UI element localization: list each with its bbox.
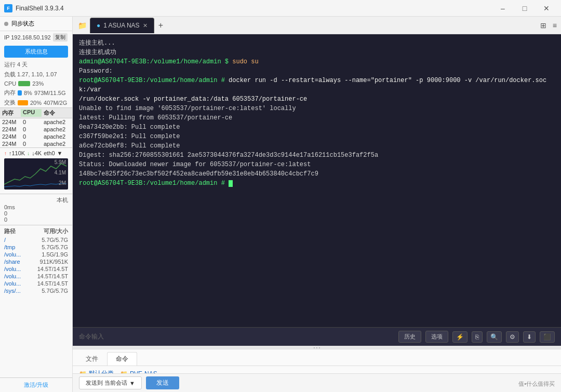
cmd-input-area: 命令输入 (79, 332, 394, 341)
folder-icon-button[interactable]: 📁 (75, 19, 90, 32)
list-item: / 5.7G/5.7G (4, 236, 68, 244)
mem-detail: 973M/11.5G (34, 90, 66, 96)
uptime-label: 运行 4 天 (0, 60, 72, 70)
tab-close-icon[interactable]: ✕ (143, 22, 148, 29)
net-chevron[interactable]: ▼ (57, 150, 63, 156)
ping-row-vals: 0 (4, 210, 68, 217)
ip-label: IP 192.168.50.192 (4, 34, 51, 40)
tab-bar: 📁 ● 1 ASUA NAS ✕ + ⊞ ≡ (73, 17, 561, 34)
net-up-arrow: ↑ (4, 151, 7, 156)
ping-section: 本机 0ms 0 0 (0, 194, 72, 225)
cpu-pct: 23% (32, 80, 44, 87)
table-row: 224M 0 apache2 (0, 140, 72, 147)
table-row: 224M 0 apache2 (0, 126, 72, 133)
proc-col-cmd[interactable]: 命令 (42, 109, 72, 117)
send-bar: 发送到 当前会话 ▼ 发送 (73, 373, 561, 392)
swap-stat: 交换 20% 407M/2G (0, 98, 72, 107)
mem-bar (18, 90, 22, 96)
mem-pct: 8% (24, 90, 32, 96)
terminal-line: Digest: sha256:2760855301661 2ae53730443… (79, 151, 555, 160)
copy-icon-button[interactable]: ⎘ (472, 331, 483, 343)
ping-val-2: 0 (4, 217, 7, 223)
cmd-input-placeholder: 命令输入 (79, 333, 104, 340)
menu-icon[interactable]: ≡ (551, 19, 559, 32)
ping-hostname: 本机 (57, 196, 68, 204)
active-tab[interactable]: ● 1 ASUA NAS ✕ (90, 18, 154, 33)
terminal-line: c367f59be2e1: Pull complete (79, 132, 555, 141)
disk-header: 路径 可用/大小 (4, 227, 68, 235)
cpu-stat: CPU 23% (0, 79, 72, 88)
swap-bar (18, 100, 28, 105)
sync-label: 同步状态 (11, 20, 34, 28)
watermark: 值•什么值得买 (518, 380, 555, 388)
grid-view-icon[interactable]: ⊞ (538, 19, 549, 32)
list-item: /tmp 5.7G/5.7G (4, 244, 68, 251)
swap-pct: 20% (30, 100, 42, 106)
terminal-line: /run/docker.sock -v portainer_data:/data… (79, 94, 555, 104)
terminal-line: 148bc7e825f26c73ec3bf502f452ea8cae0dfb59… (79, 169, 555, 179)
sync-dot (4, 22, 8, 26)
list-item: /share 911K/951K (4, 258, 68, 265)
proc-col-cpu[interactable]: CPU (21, 109, 42, 117)
swap-detail: 407M/2G (44, 100, 67, 106)
ip-row: IP 192.168.50.192 复制 (0, 31, 72, 44)
send-to-button[interactable]: 发送到 当前会话 ▼ (79, 376, 142, 389)
terminal-line: 连接主机成功 (79, 48, 555, 57)
title-bar-controls: – □ ✕ (492, 1, 557, 16)
list-item: /volu... 1.5G/1.9G (4, 251, 68, 258)
sysinfo-button[interactable]: 系统信息 (4, 46, 68, 58)
terminal-line: root@AS6704T-9E3B:/volume1/home/admin # (79, 179, 555, 188)
select-button[interactable]: 选项 (425, 331, 448, 343)
network-section: ↑ ↑110K ↓ ↓4K eth0 ▼ 5.9M 4.1M 2M (0, 147, 72, 194)
ping-val-1: 0 (4, 210, 7, 217)
tab-bar-right: ⊞ ≡ (538, 19, 559, 32)
lightning-icon-button[interactable]: ⚡ (452, 331, 468, 343)
close-button[interactable]: ✕ (536, 1, 557, 16)
history-button[interactable]: 历史 (398, 331, 421, 343)
terminal-line: Status: Downloaded newer image for 60535… (79, 160, 555, 169)
minimize-button[interactable]: – (492, 1, 513, 16)
settings-icon-button[interactable]: ⚙ (506, 331, 519, 343)
terminal-line: 连接主机... (79, 38, 555, 48)
sidebar: 同步状态 IP 192.168.50.192 复制 系统信息 运行 4 天 负载… (0, 17, 73, 392)
send-to-label: 发送到 当前会话 (86, 379, 127, 387)
net-up-speed: ↑110K (9, 150, 25, 156)
activate-link[interactable]: 激活/升级 (0, 377, 72, 392)
terminal-line: 0ea73420e2bb: Pull complete (79, 123, 555, 132)
net-speed-2: 2M (59, 180, 66, 186)
cpu-bar (18, 81, 30, 86)
tab-commands[interactable]: 命令 (107, 352, 137, 366)
terminal-toolbar: 命令输入 历史 选项 ⚡ ⎘ 🔍 ⚙ ⬇ ⬛ (73, 327, 561, 346)
mem-stat: 内存 8% 973M/11.5G (0, 88, 72, 98)
bottom-tabs: 文件 命令 (73, 349, 561, 366)
list-item: /volu... 14.5T/14.5T (4, 280, 68, 287)
app-icon: F (4, 4, 12, 12)
net-speed-4: 4.1M (55, 170, 66, 175)
terminal[interactable]: 连接主机... 连接主机成功 admin@AS6704T-9E3B:/volum… (73, 34, 561, 327)
search-icon-button[interactable]: 🔍 (487, 331, 502, 343)
net-title: ↑ ↑110K ↓ ↓4K eth0 ▼ (4, 150, 68, 156)
tab-label: 1 ASUA NAS (103, 22, 139, 29)
maximize-button[interactable]: □ (514, 1, 535, 16)
net-down-speed: ↓4K (32, 150, 42, 156)
title-bar-left: F FinalShell 3.9.3.4 (4, 4, 64, 12)
list-item: /volu... 14.5T/14.5T (4, 265, 68, 273)
proc-col-mem[interactable]: 内存 (0, 109, 21, 117)
list-item: /volu... 14.5T/14.5T (4, 273, 68, 280)
tab-dot: ● (97, 22, 100, 29)
send-button[interactable]: 发送 (146, 376, 179, 389)
tab-files[interactable]: 文件 (77, 352, 107, 366)
table-row: 224M 0 apache2 (0, 133, 72, 140)
terminal-line: root@AS6704T-9E3B:/volume1/home/admin # … (79, 76, 555, 94)
download-icon-button[interactable]: ⬇ (523, 331, 536, 343)
fullscreen-icon-button[interactable]: ⬛ (540, 331, 555, 343)
table-row: 224M 0 apache2 (0, 118, 72, 126)
net-iface: eth0 (44, 150, 55, 156)
right-content: 📁 ● 1 ASUA NAS ✕ + ⊞ ≡ 连接主机... 连接主机成功 ad… (73, 17, 561, 392)
send-dropdown-icon: ▼ (129, 380, 135, 386)
add-tab-button[interactable]: + (154, 19, 167, 32)
terminal-line: admin@AS6704T-9E3B:/volume1/home/admin $… (79, 57, 555, 66)
copy-ip-button[interactable]: 复制 (53, 33, 68, 42)
ping-row-0ms: 0ms (4, 204, 68, 210)
net-graph: 5.9M 4.1M 2M (4, 158, 68, 190)
